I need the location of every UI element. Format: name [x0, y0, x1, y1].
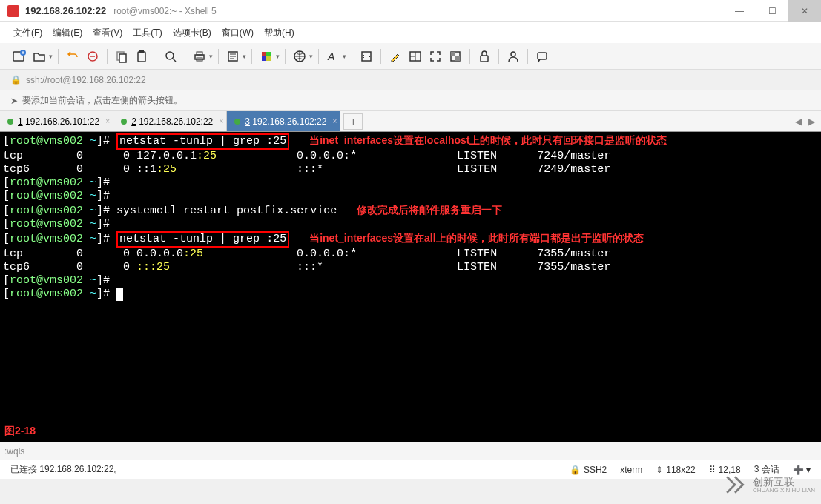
- tab-nav: ◀ ▶: [791, 116, 821, 127]
- tab-next-icon[interactable]: ▶: [805, 116, 818, 127]
- close-button[interactable]: ✕: [788, 0, 821, 22]
- search-icon[interactable]: [162, 47, 179, 65]
- minimize-button[interactable]: —: [723, 0, 756, 22]
- svg-rect-12: [262, 52, 266, 56]
- layout-icon[interactable]: [406, 47, 424, 65]
- menu-tools[interactable]: 工具(T): [130, 27, 165, 39]
- terminal-output[interactable]: [root@vms002 ~]# netstat -tunlp | grep :…: [0, 132, 821, 442]
- fullscreen-icon[interactable]: [426, 47, 444, 65]
- transparency-icon[interactable]: [446, 47, 464, 65]
- dropdown-icon[interactable]: ▾: [49, 53, 53, 60]
- tab-bar: 1 192.168.26.101:22 × 2 192.168.26.102:2…: [0, 111, 821, 132]
- annotation-2: 修改完成后将邮件服务重启一下: [357, 204, 502, 216]
- svg-point-7: [166, 52, 174, 59]
- lock-small-icon: 🔒: [10, 75, 22, 85]
- properties-icon[interactable]: [224, 47, 242, 65]
- print-icon[interactable]: [191, 47, 208, 65]
- dropdown-icon[interactable]: ▾: [343, 53, 346, 60]
- tab-close-icon[interactable]: ×: [219, 117, 223, 125]
- window-title-main: 192.168.26.102:22: [25, 5, 106, 16]
- hint-bar: ➤ 要添加当前会话，点击左侧的箭头按钮。: [0, 90, 821, 111]
- tab-num: 2: [131, 116, 136, 127]
- menu-window[interactable]: 窗口(W): [219, 27, 257, 39]
- menu-file[interactable]: 文件(F): [10, 27, 45, 39]
- session-tab-2[interactable]: 2 192.168.26.102:22 ×: [113, 111, 227, 131]
- watermark-sub: CHUANG XIN HU LIAN: [753, 487, 815, 494]
- dropdown-icon[interactable]: ▾: [209, 53, 213, 60]
- dropdown-icon[interactable]: ▾: [243, 53, 246, 60]
- session-tab-3[interactable]: 3 192.168.26.102:22 ×: [227, 111, 340, 131]
- script-icon[interactable]: [357, 47, 375, 65]
- window-title-sub: root@vms002:~ - Xshell 5: [113, 6, 217, 16]
- svg-rect-15: [266, 56, 271, 61]
- svg-rect-13: [266, 52, 271, 56]
- svg-rect-21: [451, 52, 455, 56]
- toolbar: ▾ ▾ ▾ ▾ ▾ A▾: [0, 43, 821, 70]
- title-bar: 192.168.26.102:22 root@vms002:~ - Xshell…: [0, 0, 821, 22]
- status-bar: 已连接 192.168.26.102:22。 🔒 SSH2 xterm ⇕ 11…: [0, 460, 821, 479]
- status-term-type: xterm: [620, 465, 642, 475]
- watermark-icon: [722, 471, 748, 498]
- menu-view[interactable]: 查看(V): [90, 27, 125, 39]
- svg-rect-5: [138, 52, 145, 62]
- status-size: ⇕ 118x22: [656, 465, 695, 475]
- highlight-icon[interactable]: [386, 47, 404, 65]
- address-text: ssh://root@192.168.26.102:22: [26, 75, 146, 85]
- tab-label: 192.168.26.102:22: [139, 116, 213, 127]
- hint-text: 要添加当前会话，点击左侧的箭头按钮。: [22, 94, 182, 107]
- svg-point-24: [511, 52, 515, 56]
- svg-rect-4: [119, 54, 126, 62]
- open-icon[interactable]: [30, 47, 48, 65]
- address-bar[interactable]: 🔒 ssh://root@192.168.26.102:22: [0, 70, 821, 90]
- menu-edit[interactable]: 编辑(E): [50, 27, 85, 39]
- app-icon: [7, 5, 19, 17]
- status-connection: 已连接 192.168.26.102:22。: [10, 463, 122, 476]
- user-icon[interactable]: [504, 47, 522, 65]
- tab-label: 192.168.26.102:22: [252, 116, 326, 127]
- tab-label: 192.168.26.101:22: [25, 116, 99, 127]
- command-text: :wqls: [4, 446, 24, 457]
- new-session-icon[interactable]: [10, 47, 28, 65]
- disconnect-icon[interactable]: [84, 47, 102, 65]
- dropdown-icon[interactable]: ▾: [309, 53, 313, 60]
- maximize-button[interactable]: ☐: [756, 0, 788, 22]
- tab-prev-icon[interactable]: ◀: [791, 116, 805, 127]
- status-dot-icon: [234, 119, 240, 125]
- svg-rect-14: [262, 56, 266, 61]
- globe-icon[interactable]: [291, 47, 309, 65]
- figure-label: 图2-18: [4, 424, 36, 437]
- tab-close-icon[interactable]: ×: [105, 117, 110, 125]
- paste-icon[interactable]: [133, 47, 151, 65]
- svg-text:A: A: [327, 50, 334, 62]
- svg-rect-25: [538, 53, 547, 59]
- status-protocol: 🔒 SSH2: [570, 465, 607, 475]
- menu-bar: 文件(F) 编辑(E) 查看(V) 工具(T) 选项卡(B) 窗口(W) 帮助(…: [0, 22, 821, 43]
- tab-num: 1: [18, 116, 23, 127]
- svg-rect-23: [481, 56, 488, 62]
- tab-close-icon[interactable]: ×: [333, 117, 337, 125]
- annotation-1: 当inet_interfaces设置在localhost上的时候，此时只有回环接…: [309, 134, 667, 146]
- terminal-cursor: [116, 288, 123, 301]
- session-tab-1[interactable]: 1 192.168.26.101:22 ×: [0, 111, 113, 131]
- help-icon[interactable]: [533, 47, 551, 65]
- reconnect-icon[interactable]: [64, 47, 82, 65]
- color-scheme-icon[interactable]: [257, 47, 275, 65]
- watermark-name: 创新互联: [753, 477, 815, 487]
- svg-rect-6: [139, 50, 144, 53]
- window-controls: — ☐ ✕: [723, 0, 821, 22]
- arrow-icon[interactable]: ➤: [10, 96, 18, 106]
- lock-icon[interactable]: [475, 47, 493, 65]
- font-icon[interactable]: A: [324, 47, 342, 65]
- copy-icon[interactable]: [113, 47, 131, 65]
- svg-rect-18: [362, 52, 371, 61]
- menu-help[interactable]: 帮助(H): [261, 27, 297, 39]
- svg-rect-22: [455, 56, 460, 61]
- menu-tab[interactable]: 选项卡(B): [170, 27, 214, 39]
- dropdown-icon[interactable]: ▾: [276, 53, 280, 60]
- watermark: 创新互联 CHUANG XIN HU LIAN: [722, 471, 815, 498]
- status-dot-icon: [121, 119, 127, 125]
- tab-add-button[interactable]: +: [343, 113, 363, 130]
- tab-num: 3: [245, 116, 250, 127]
- annotation-3: 当inet_interfaces设置在all上的时候，此时所有端口都是出于监听的…: [309, 232, 643, 244]
- command-input[interactable]: :wqls: [0, 442, 821, 460]
